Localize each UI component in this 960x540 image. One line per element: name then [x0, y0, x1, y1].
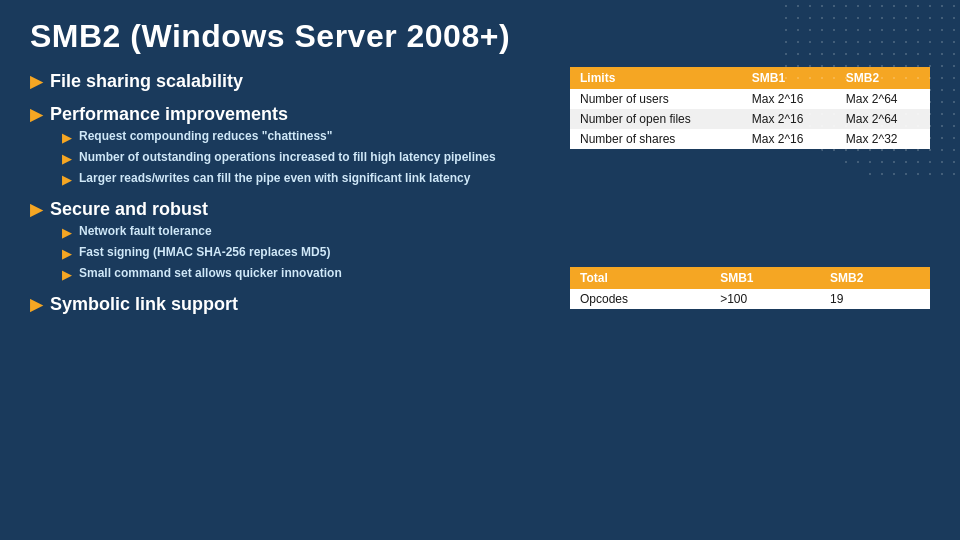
sub-item-text: Request compounding reduces "chattiness" [79, 127, 332, 145]
table-row: Opcodes >100 19 [570, 289, 930, 309]
table-row: Number of users Max 2^16 Max 2^64 [570, 89, 930, 109]
col-header-total-smb1: SMB1 [710, 267, 820, 289]
spacer5 [570, 231, 930, 239]
list-item: ▶ Small command set allows quicker innov… [62, 264, 540, 284]
left-column: ▶ File sharing scalability ▶ Performance… [30, 65, 540, 321]
cell-shares-label: Number of shares [570, 129, 742, 149]
cell-shares-smb2: Max 2^32 [836, 129, 930, 149]
sub-arrow-icon: ▶ [62, 171, 71, 189]
table-row: Number of open files Max 2^16 Max 2^64 [570, 109, 930, 129]
spacer4 [570, 213, 930, 221]
limits-table: Limits SMB1 SMB2 Number of users Max 2^1… [570, 67, 930, 149]
list-item: ▶ Fast signing (HMAC SHA-256 replaces MD… [62, 243, 540, 263]
cell-opcodes-smb1: >100 [710, 289, 820, 309]
list-item: ▶ Request compounding reduces "chattines… [62, 127, 540, 147]
sub-arrow-icon: ▶ [62, 224, 71, 242]
sub-item-text: Larger reads/writes can fill the pipe ev… [79, 169, 470, 187]
arrow-icon-secure: ▶ [30, 200, 42, 219]
cell-openfiles-smb2: Max 2^64 [836, 109, 930, 129]
cell-opcodes-label: Opcodes [570, 289, 710, 309]
sub-arrow-icon: ▶ [62, 129, 71, 147]
sub-item-text: Fast signing (HMAC SHA-256 replaces MD5) [79, 243, 330, 261]
right-column: Limits SMB1 SMB2 Number of users Max 2^1… [570, 65, 930, 321]
section-symbolic-title: Symbolic link support [50, 294, 238, 315]
cell-shares-smb1: Max 2^16 [742, 129, 836, 149]
section-secure-header: ▶ Secure and robust [30, 199, 540, 220]
performance-subitems: ▶ Request compounding reduces "chattines… [30, 127, 540, 189]
col-header-smb1: SMB1 [742, 67, 836, 89]
col-header-total: Total [570, 267, 710, 289]
spacer2 [570, 177, 930, 185]
table-row: Number of shares Max 2^16 Max 2^32 [570, 129, 930, 149]
section-file-sharing-title: File sharing scalability [50, 71, 243, 92]
section-secure: ▶ Secure and robust ▶ Network fault tole… [30, 193, 540, 284]
section-performance: ▶ Performance improvements ▶ Request com… [30, 98, 540, 189]
list-item: ▶ Network fault tolerance [62, 222, 540, 242]
opcodes-table: Total SMB1 SMB2 Opcodes >100 19 [570, 267, 930, 309]
col-header-total-smb2: SMB2 [820, 267, 930, 289]
section-file-sharing-header: ▶ File sharing scalability [30, 71, 540, 92]
main-content: ▶ File sharing scalability ▶ Performance… [0, 65, 960, 321]
sub-arrow-icon: ▶ [62, 245, 71, 263]
section-symbolic: ▶ Symbolic link support [30, 288, 540, 317]
sub-item-text: Number of outstanding operations increas… [79, 148, 496, 166]
opcodes-table-wrapper: Total SMB1 SMB2 Opcodes >100 19 [570, 267, 930, 309]
list-item: ▶ Larger reads/writes can fill the pipe … [62, 169, 540, 189]
cell-opcodes-smb2: 19 [820, 289, 930, 309]
arrow-icon-performance: ▶ [30, 105, 42, 124]
section-file-sharing: ▶ File sharing scalability [30, 65, 540, 94]
section-performance-header: ▶ Performance improvements [30, 104, 540, 125]
arrow-icon-symbolic: ▶ [30, 295, 42, 314]
cell-openfiles-label: Number of open files [570, 109, 742, 129]
cell-users-smb2: Max 2^64 [836, 89, 930, 109]
limits-table-wrapper: Limits SMB1 SMB2 Number of users Max 2^1… [570, 67, 930, 149]
page-title: SMB2 (Windows Server 2008+) [0, 0, 960, 65]
section-performance-title: Performance improvements [50, 104, 288, 125]
spacer [570, 159, 930, 167]
col-header-limits: Limits [570, 67, 742, 89]
section-symbolic-header: ▶ Symbolic link support [30, 294, 540, 315]
arrow-icon-file-sharing: ▶ [30, 72, 42, 91]
cell-openfiles-smb1: Max 2^16 [742, 109, 836, 129]
spacer3 [570, 195, 930, 203]
col-header-smb2: SMB2 [836, 67, 930, 89]
sub-arrow-icon: ▶ [62, 150, 71, 168]
secure-subitems: ▶ Network fault tolerance ▶ Fast signing… [30, 222, 540, 284]
section-secure-title: Secure and robust [50, 199, 208, 220]
sub-item-text: Small command set allows quicker innovat… [79, 264, 342, 282]
spacer6 [570, 249, 930, 257]
sub-item-text: Network fault tolerance [79, 222, 212, 240]
cell-users-label: Number of users [570, 89, 742, 109]
cell-users-smb1: Max 2^16 [742, 89, 836, 109]
sub-arrow-icon: ▶ [62, 266, 71, 284]
list-item: ▶ Number of outstanding operations incre… [62, 148, 540, 168]
